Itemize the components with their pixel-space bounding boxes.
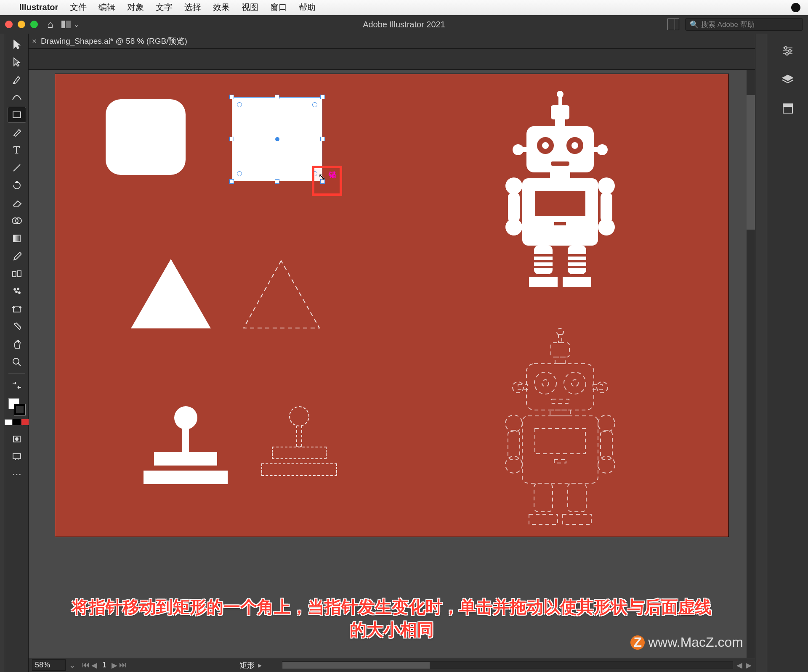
rotate-tool[interactable]: [8, 177, 26, 193]
gradient-tool[interactable]: [8, 230, 26, 246]
svg-point-47: [598, 177, 615, 194]
artboard-tool[interactable]: [8, 301, 26, 317]
screen-mode-icon[interactable]: [8, 449, 26, 465]
shape-builder-tool[interactable]: [8, 213, 26, 229]
triangle-solid-shape[interactable]: [131, 259, 211, 328]
rectangle-tool[interactable]: [8, 107, 26, 123]
svg-rect-26: [551, 105, 569, 119]
artboard[interactable]: ⤡ 锚: [55, 74, 728, 537]
eyedropper-tool[interactable]: [8, 248, 26, 264]
menu-window[interactable]: 窗口: [270, 2, 287, 13]
home-icon[interactable]: ⌂: [47, 19, 53, 30]
hand-tool[interactable]: [8, 336, 26, 352]
slice-tool[interactable]: [8, 319, 26, 335]
corner-widget-ne[interactable]: [312, 102, 317, 107]
vertical-scroll-thumb[interactable]: [747, 95, 755, 230]
menu-effect[interactable]: 效果: [213, 2, 230, 13]
curvature-tool[interactable]: [8, 89, 26, 105]
scroll-left-icon[interactable]: ◀: [736, 661, 742, 670]
svg-rect-13: [13, 306, 20, 312]
zoom-tool[interactable]: [8, 354, 26, 370]
line-tool[interactable]: [8, 160, 26, 176]
svg-point-89: [784, 47, 787, 49]
libraries-panel-icon[interactable]: [782, 103, 793, 117]
fill-stroke-indicator[interactable]: [8, 398, 25, 415]
canvas-viewport[interactable]: ⤡ 锚: [29, 70, 755, 658]
workspace-switcher-icon[interactable]: [667, 19, 679, 30]
resize-handle-e[interactable]: [320, 137, 325, 141]
selection-tool[interactable]: [8, 36, 26, 52]
swap-fill-stroke-icon[interactable]: [8, 377, 26, 393]
svg-point-67: [597, 382, 608, 393]
zoom-level-input[interactable]: 58%: [32, 659, 66, 671]
edit-toolbar-icon[interactable]: ⋯: [8, 466, 26, 482]
svg-point-83: [598, 456, 615, 473]
svg-rect-54: [534, 266, 553, 268]
resize-handle-w[interactable]: [229, 137, 234, 141]
color-mode-solid[interactable]: [5, 419, 12, 425]
menu-view[interactable]: 视图: [242, 2, 258, 13]
first-artboard-icon[interactable]: ⏮: [82, 661, 90, 669]
stroke-color-swatch[interactable]: [14, 404, 25, 415]
minimize-window-button[interactable]: [18, 21, 25, 28]
artboard-number[interactable]: 1: [99, 661, 110, 669]
menubar-status-icon[interactable]: [791, 3, 800, 12]
svg-rect-25: [558, 97, 562, 105]
next-artboard-icon[interactable]: ▶: [112, 661, 117, 670]
rounded-square-shape[interactable]: [106, 99, 186, 175]
scroll-right-icon[interactable]: ▶: [746, 661, 752, 670]
robot-solid-shape[interactable]: [476, 87, 644, 310]
joystick-solid-shape[interactable]: [144, 406, 228, 484]
color-mode-gradient[interactable]: [13, 419, 21, 425]
resize-handle-ne[interactable]: [320, 95, 325, 99]
resize-handle-n[interactable]: [275, 95, 279, 99]
workspace: T ⋯ × Drawing_Shapes.ai* @ 58 % (R: [0, 34, 808, 672]
properties-panel-icon[interactable]: [781, 45, 794, 59]
svg-rect-59: [563, 277, 591, 287]
corner-widget-sw[interactable]: [237, 171, 242, 176]
left-rail: [0, 34, 5, 672]
zoom-dropdown-icon[interactable]: ⌄: [69, 661, 75, 670]
type-tool[interactable]: T: [8, 142, 26, 158]
svg-point-70: [564, 372, 586, 394]
vertical-scrollbar[interactable]: [747, 70, 755, 658]
tools-panel: T ⋯: [5, 34, 29, 672]
resize-handle-s[interactable]: [275, 179, 279, 184]
arrange-documents-button[interactable]: ⌄: [61, 20, 79, 29]
watermark-text: www.MacZ.com: [648, 635, 743, 650]
svg-rect-0: [61, 21, 65, 28]
last-artboard-icon[interactable]: ⏭: [119, 661, 127, 669]
horizontal-scrollbar[interactable]: [282, 661, 733, 669]
menu-select[interactable]: 选择: [184, 2, 201, 13]
layers-panel-icon[interactable]: [781, 74, 794, 88]
svg-point-24: [557, 91, 563, 98]
paintbrush-tool[interactable]: [8, 124, 26, 140]
symbol-sprayer-tool[interactable]: [8, 283, 26, 299]
menu-object[interactable]: 对象: [127, 2, 144, 13]
menu-type[interactable]: 文字: [156, 2, 173, 13]
direct-selection-tool[interactable]: [8, 54, 26, 70]
status-dropdown-icon[interactable]: ▸: [258, 661, 262, 670]
search-help-input[interactable]: 🔍 搜索 Adobe 帮助: [685, 18, 803, 31]
color-mode-none[interactable]: [21, 419, 29, 425]
prev-artboard-icon[interactable]: ◀: [91, 661, 97, 670]
close-tab-icon[interactable]: ×: [32, 37, 37, 46]
menu-file[interactable]: 文件: [70, 2, 87, 13]
close-window-button[interactable]: [5, 21, 13, 28]
document-tab-label[interactable]: Drawing_Shapes.ai* @ 58 % (RGB/预览): [41, 36, 187, 47]
draw-mode-icon[interactable]: [8, 431, 26, 447]
corner-widget-nw[interactable]: [237, 102, 242, 107]
svg-rect-84: [534, 483, 553, 512]
blend-tool[interactable]: [8, 266, 26, 282]
eraser-tool[interactable]: [8, 195, 26, 211]
pen-tool[interactable]: [8, 71, 26, 87]
menu-help[interactable]: 帮助: [299, 2, 316, 13]
menu-edit[interactable]: 编辑: [98, 2, 115, 13]
horizontal-scroll-thumb[interactable]: [282, 662, 430, 669]
resize-handle-sw[interactable]: [229, 179, 234, 184]
selected-rectangle[interactable]: [232, 97, 322, 181]
fullscreen-window-button[interactable]: [30, 21, 38, 28]
resize-handle-nw[interactable]: [229, 95, 234, 99]
svg-rect-1: [66, 21, 71, 28]
app-name[interactable]: Illustrator: [19, 3, 58, 12]
